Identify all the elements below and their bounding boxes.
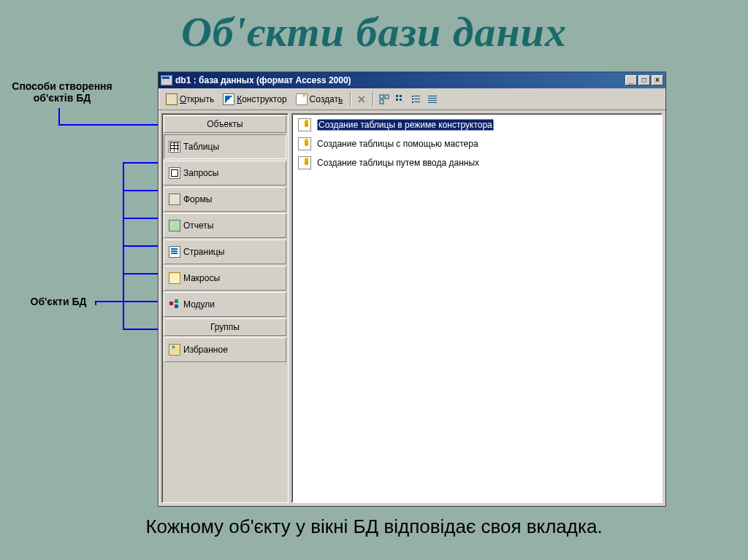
nav-label: Модули: [183, 299, 215, 310]
queries-icon: [169, 167, 180, 179]
nav-label: Страницы: [183, 247, 224, 257]
macros-icon: [169, 272, 180, 284]
nav-header-objects[interactable]: Объекты: [164, 115, 286, 133]
content-item-wizard[interactable]: Создание таблицы с помощью мастера: [295, 136, 659, 152]
titlebar: db1 : база данных (формат Access 2000) _…: [159, 72, 665, 88]
modules-icon: [169, 299, 180, 310]
nav-item-pages[interactable]: Страницы: [164, 239, 286, 264]
content-panel: Создание таблицы в режиме конструктора С…: [291, 113, 663, 503]
content-item-entry[interactable]: Создание таблицы путем ввода данных: [295, 155, 659, 171]
new-icon: [296, 93, 308, 105]
list-view-button[interactable]: [410, 93, 423, 106]
minimize-button[interactable]: _: [625, 75, 637, 85]
nav-item-reports[interactable]: Отчеты: [164, 213, 286, 238]
open-button[interactable]: Открыть: [163, 92, 217, 107]
svg-rect-13: [428, 96, 437, 96]
design-label: Конструктор: [237, 94, 286, 104]
details-view-button[interactable]: [426, 93, 439, 106]
shortcut-icon: [298, 118, 311, 131]
shortcut-icon: [298, 137, 311, 150]
maximize-button[interactable]: □: [638, 75, 650, 85]
svg-rect-10: [414, 99, 420, 99]
open-label: Открыть: [180, 94, 214, 104]
access-db-window: db1 : база данных (формат Access 2000) _…: [158, 72, 666, 507]
nav-item-macros[interactable]: Макросы: [164, 266, 286, 291]
nav-item-modules[interactable]: Модули: [164, 292, 286, 317]
svg-rect-4: [400, 95, 402, 97]
content-label: Создание таблицы путем ввода данных: [317, 158, 479, 168]
nav-label: Отчеты: [183, 220, 213, 231]
forms-icon: [169, 193, 180, 205]
delete-button[interactable]: ✕: [355, 93, 368, 106]
details-icon: [427, 94, 438, 104]
shortcut-icon: [298, 156, 311, 169]
nav-item-queries[interactable]: Запросы: [164, 161, 286, 185]
nav-label: Таблицы: [183, 142, 219, 152]
pages-icon: [169, 246, 180, 258]
slide-title: Об'єкти бази даних: [0, 0, 748, 56]
content-label: Создание таблицы с помощью мастера: [317, 139, 478, 149]
tables-icon: [169, 141, 180, 153]
reports-icon: [169, 220, 180, 231]
design-icon: [223, 93, 234, 105]
nav-label: Формы: [183, 194, 212, 204]
open-icon: [166, 93, 178, 105]
slide-footer: Кожному об'єкту у вікні БД відповідає св…: [0, 515, 748, 538]
svg-rect-2: [380, 100, 383, 104]
svg-rect-1: [385, 95, 389, 99]
callout-db-objects: Об'єкти БД: [22, 296, 95, 307]
large-icons-icon: [379, 94, 389, 104]
connector-line: [95, 301, 124, 302]
nav-header-groups[interactable]: Группы: [164, 318, 286, 336]
nav-label: Избранное: [183, 345, 228, 355]
svg-rect-15: [428, 100, 437, 101]
list-icon: [411, 94, 421, 104]
connector-line: [95, 301, 96, 305]
nav-item-forms[interactable]: Формы: [164, 187, 286, 212]
create-button[interactable]: Создать: [293, 92, 346, 107]
nav-label: Макросы: [183, 273, 220, 283]
separator: [373, 92, 373, 107]
callout-creation-methods: Способи створення об'єктів БД: [7, 80, 117, 104]
svg-rect-14: [428, 98, 437, 99]
separator: [350, 92, 351, 107]
svg-rect-12: [414, 101, 420, 102]
design-button[interactable]: Конструктор: [220, 92, 289, 107]
small-icons-icon: [395, 94, 405, 104]
svg-rect-7: [412, 96, 413, 97]
nav-panel: Объекты Таблицы Запросы Формы Отчеты Стр…: [161, 113, 289, 503]
nav-item-favorites[interactable]: Избранное: [164, 337, 286, 362]
svg-rect-6: [400, 99, 402, 101]
nav-item-tables[interactable]: Таблицы: [164, 134, 286, 159]
window-icon: [161, 75, 172, 85]
svg-rect-3: [396, 95, 398, 97]
svg-rect-0: [380, 95, 383, 99]
svg-rect-8: [414, 96, 420, 96]
svg-rect-11: [412, 101, 413, 103]
create-label: Создать: [310, 94, 343, 104]
large-icons-button[interactable]: [378, 93, 391, 106]
content-label: Создание таблицы в режиме конструктора: [317, 119, 494, 131]
close-button[interactable]: ×: [652, 75, 663, 85]
svg-rect-5: [396, 99, 398, 101]
window-title: db1 : база данных (формат Access 2000): [175, 75, 625, 85]
connector-line: [58, 108, 60, 126]
nav-label: Запросы: [183, 168, 218, 178]
svg-rect-9: [412, 99, 413, 100]
content-item-designer[interactable]: Создание таблицы в режиме конструктора: [295, 117, 659, 133]
small-icons-button[interactable]: [394, 93, 407, 106]
favorites-icon: [169, 344, 180, 356]
svg-rect-16: [428, 102, 437, 103]
toolbar: Открыть Конструктор Создать ✕: [159, 88, 665, 110]
